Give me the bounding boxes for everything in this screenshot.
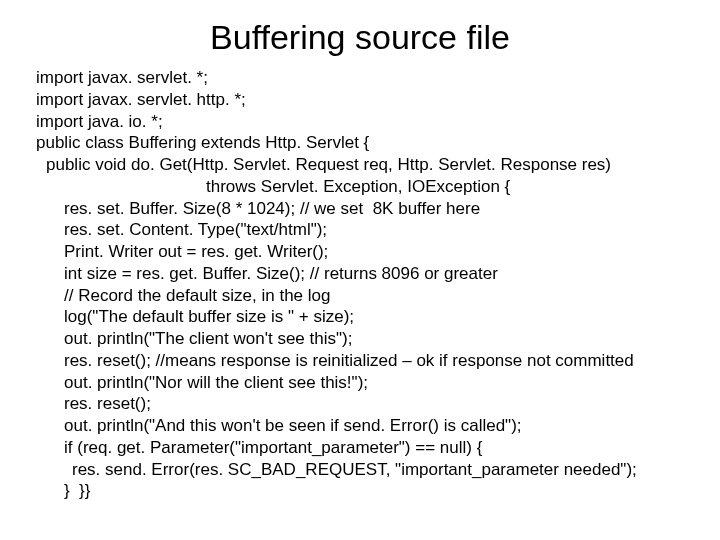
code-line: int size = res. get. Buffer. Size(); // … [36, 263, 684, 285]
code-line: out. println("The client won't see this"… [36, 328, 684, 350]
code-line: public class Buffering extends Http. Ser… [36, 132, 684, 154]
code-block: import javax. servlet. *;import javax. s… [36, 67, 684, 502]
slide-title: Buffering source file [36, 18, 684, 57]
code-line: throws Servlet. Exception, IOException { [36, 176, 684, 198]
code-line: // Record the default size, in the log [36, 285, 684, 307]
code-line: res. reset(); //means response is reinit… [36, 350, 684, 372]
code-line: res. set. Buffer. Size(8 * 1024); // we … [36, 198, 684, 220]
code-line: res. set. Content. Type("text/html"); [36, 219, 684, 241]
code-line: log("The default buffer size is " + size… [36, 306, 684, 328]
code-line: import javax. servlet. http. *; [36, 89, 684, 111]
code-line: import java. io. *; [36, 111, 684, 133]
code-line: Print. Writer out = res. get. Writer(); [36, 241, 684, 263]
code-line: } }} [36, 480, 684, 502]
code-line: out. println("And this won't be seen if … [36, 415, 684, 437]
code-line: public void do. Get(Http. Servlet. Reque… [36, 154, 684, 176]
code-line: import javax. servlet. *; [36, 67, 684, 89]
code-line: out. println("Nor will the client see th… [36, 372, 684, 394]
code-line: res. send. Error(res. SC_BAD_REQUEST, "i… [36, 459, 684, 481]
slide: Buffering source file import javax. serv… [0, 0, 720, 540]
code-line: res. reset(); [36, 393, 684, 415]
code-line: if (req. get. Parameter("important_param… [36, 437, 684, 459]
